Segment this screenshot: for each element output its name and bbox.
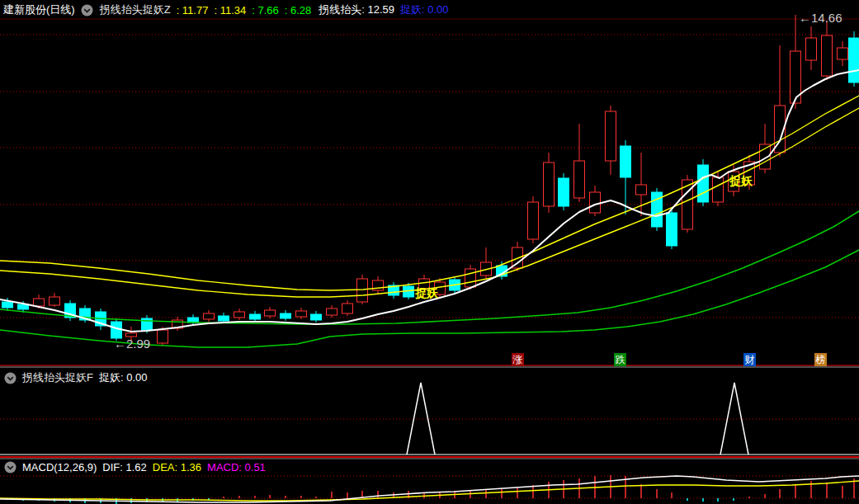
- candle-body: [342, 304, 353, 313]
- candle-body: [849, 38, 859, 82]
- guaixian-value: 拐线抬头: 12.59: [319, 2, 394, 17]
- signal-spike-triangle: [407, 383, 435, 455]
- candle-body: [713, 177, 724, 202]
- market-badge-4[interactable]: 榜: [814, 353, 827, 366]
- candle-body: [544, 163, 555, 206]
- chevron-down-icon: [4, 461, 17, 473]
- candle-body: [806, 38, 817, 60]
- candle-body: [204, 313, 215, 319]
- candle-body: [219, 316, 229, 321]
- green-band-upper-line: [0, 211, 859, 324]
- price-annotation: 捉妖: [414, 286, 439, 299]
- signal-panel-header: 拐线抬头捉妖F 捉妖: 0.00: [3, 370, 147, 385]
- market-badge-3[interactable]: 财: [743, 353, 756, 366]
- zhuoyao-value: 捉妖: 0.00: [400, 2, 449, 17]
- price-annotation: ←2.99: [114, 337, 150, 351]
- macd-dea-value: DEA: 1.36: [153, 461, 201, 473]
- macd-panel-header: MACD(12,26,9) DIF: 1.62 DEA: 1.36 MACD: …: [3, 460, 266, 473]
- macd-macd-value: MACD: 0.51: [207, 461, 266, 473]
- candle-body: [281, 313, 291, 318]
- collapse-macd-panel-icon[interactable]: [3, 460, 17, 473]
- candle-body: [2, 302, 13, 308]
- candle-body: [559, 178, 569, 206]
- candle-body: [357, 279, 368, 302]
- chevron-down-icon: [81, 4, 93, 16]
- candle-body: [636, 185, 647, 195]
- indicator-name: 拐线抬头捉妖Z: [100, 2, 171, 17]
- price-annotation: 捉妖: [729, 174, 753, 187]
- price-annotation: ←14.66: [799, 11, 842, 25]
- macd-dea-line: [0, 481, 859, 501]
- candle-body: [465, 269, 476, 287]
- chevron-down-icon: [4, 372, 17, 384]
- panel-separator-maroon: [0, 365, 859, 366]
- signal-panel-title: 拐线抬头捉妖F: [22, 370, 93, 385]
- candle-body: [590, 192, 601, 213]
- macd-dif-value: DIF: 1.62: [102, 461, 146, 473]
- market-badge-2[interactable]: 跌: [614, 353, 626, 366]
- candle-body: [822, 35, 833, 76]
- candle-body: [667, 213, 677, 246]
- panel-separator-red: [0, 456, 859, 458]
- candle-body: [265, 310, 276, 316]
- collapse-signal-panel-icon[interactable]: [3, 371, 17, 384]
- candle-body: [34, 299, 45, 306]
- signal-spike-triangle: [720, 383, 748, 455]
- chart-canvas[interactable]: 捉妖捉妖←2.99←14.66: [0, 0, 859, 504]
- signal-panel-value: 捉妖: 0.00: [99, 370, 148, 385]
- candle-body: [296, 311, 307, 317]
- candle-body: [234, 312, 245, 318]
- candle-body: [838, 48, 848, 59]
- yellow-ma-upper-line: [0, 96, 859, 290]
- indicator-value-4: : 6.28: [285, 4, 312, 16]
- yellow-ma-lower-line: [0, 108, 859, 297]
- candle-body: [621, 146, 631, 177]
- main-chart-header: 建新股份(日线) 拐线抬头捉妖Z : 11.77 : 11.34 : 7.66 …: [3, 2, 449, 17]
- candle-body: [158, 330, 168, 343]
- candle-body: [327, 309, 337, 315]
- stock-title: 建新股份(日线): [3, 2, 75, 17]
- indicator-value-3: : 7.66: [252, 4, 279, 16]
- trading-app-window: 捉妖捉妖←2.99←14.66 建新股份(日线) 拐线抬头捉妖Z : 11.77…: [0, 0, 859, 504]
- candle-body: [311, 314, 322, 320]
- candle-body: [250, 314, 261, 319]
- candle-body: [698, 165, 709, 202]
- candle-body: [528, 202, 539, 239]
- macd-title: MACD(12,26,9): [22, 461, 97, 473]
- indicator-value-2: : 11.34: [214, 4, 246, 16]
- collapse-main-indicator-icon[interactable]: [81, 3, 94, 16]
- candle-body: [574, 161, 585, 198]
- candle-body: [606, 111, 616, 161]
- market-badge-1[interactable]: 涨: [512, 353, 524, 366]
- indicator-value-1: : 11.77: [177, 4, 209, 16]
- candle-body: [50, 297, 60, 305]
